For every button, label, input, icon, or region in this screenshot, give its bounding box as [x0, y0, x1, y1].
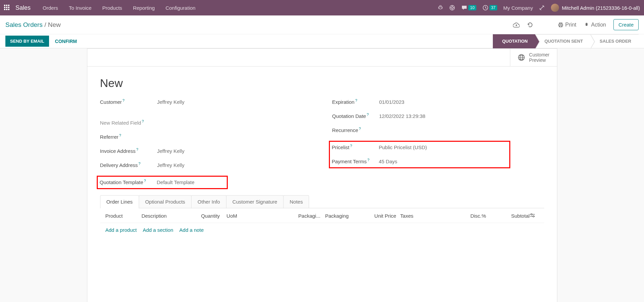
col-quantity[interactable]: Quantity — [190, 213, 220, 219]
nav-reporting[interactable]: Reporting — [128, 5, 160, 11]
add-section-link[interactable]: Add a section — [143, 227, 173, 233]
col-disc[interactable]: Disc.% — [447, 213, 486, 219]
delivery-address-field[interactable]: Jeffrey Kelly — [157, 162, 184, 168]
delivery-address-label: Delivery Address? — [100, 162, 157, 168]
tab-optional-products[interactable]: Optional Products — [139, 195, 191, 208]
referrer-label: Referrer? — [100, 133, 157, 140]
globe-icon — [518, 54, 525, 61]
send-by-email-button[interactable]: SEND BY EMAIL — [5, 36, 49, 47]
quotation-template-field[interactable]: Default Template — [157, 179, 195, 185]
debug-icon[interactable] — [438, 5, 443, 10]
quotation-date-label: Quotation Date? — [332, 113, 379, 119]
highlight-quotation-template: Quotation Template? Default Template — [97, 176, 228, 189]
step-sales-order[interactable]: SALES ORDER — [590, 34, 639, 48]
confirm-button[interactable]: CONFIRM — [55, 39, 77, 44]
messages-badge: 10 — [468, 5, 476, 10]
col-packagi[interactable]: Packagi... — [284, 213, 320, 219]
col-description[interactable]: Description — [141, 213, 190, 219]
notebook-tabs: Order Lines Optional Products Other Info… — [100, 195, 544, 208]
status-steps: QUOTATION QUOTATION SENT SALES ORDER — [493, 34, 639, 48]
step-quotation-sent[interactable]: QUOTATION SENT — [535, 34, 590, 48]
col-unit-price[interactable]: Unit Price — [357, 213, 396, 219]
activities-badge: 37 — [489, 5, 497, 10]
avatar — [551, 4, 559, 12]
expiration-label: Expiration? — [332, 98, 379, 105]
customer-label: Customer? — [100, 98, 157, 105]
breadcrumb-root[interactable]: Sales Orders — [5, 21, 43, 28]
nav-products[interactable]: Products — [97, 5, 127, 11]
col-product[interactable]: Product — [105, 213, 142, 219]
create-button[interactable]: Create — [613, 19, 639, 30]
expiration-field[interactable]: 01/01/2023 — [379, 99, 404, 105]
invoice-address-field[interactable]: Jeffrey Kelly — [157, 148, 184, 154]
highlight-pricelist-terms: Pricelist? Public Pricelist (USD) Paymen… — [329, 141, 510, 168]
activities-icon[interactable]: 37 — [482, 5, 497, 11]
invoice-address-label: Invoice Address? — [100, 147, 157, 154]
discard-icon[interactable] — [527, 22, 533, 28]
quotation-template-label: Quotation Template? — [100, 179, 157, 185]
user-menu[interactable]: Mitchell Admin (21523336-16-0-all) — [551, 4, 640, 12]
apps-icon[interactable] — [4, 5, 10, 11]
control-bar: Sales Orders / New Print Action Create — [0, 15, 644, 34]
payment-terms-field[interactable]: 45 Days — [379, 159, 397, 164]
tab-other-info[interactable]: Other Info — [191, 195, 226, 208]
col-uom[interactable]: UoM — [220, 213, 251, 219]
company-selector[interactable]: My Company — [503, 5, 533, 11]
print-button[interactable]: Print — [558, 22, 576, 28]
recurrence-label: Recurrence? — [332, 127, 379, 133]
nav-orders[interactable]: Orders — [38, 5, 63, 11]
save-cloud-icon[interactable] — [513, 22, 520, 28]
breadcrumb-current: New — [48, 21, 61, 28]
col-subtotal[interactable]: Subtotal — [500, 213, 530, 219]
pricelist-label: Pricelist? — [332, 144, 379, 150]
quotation-date-field[interactable]: 12/02/2022 13:29:38 — [379, 113, 426, 119]
order-lines-add-row: Add a product Add a section Add a note — [100, 223, 544, 237]
svg-point-1 — [451, 7, 453, 9]
tab-customer-signature[interactable]: Customer Signature — [226, 195, 284, 208]
step-quotation[interactable]: QUOTATION — [493, 34, 535, 48]
add-note-link[interactable]: Add a note — [179, 227, 204, 233]
action-button[interactable]: Action — [584, 22, 606, 28]
app-brand[interactable]: Sales — [15, 4, 31, 11]
pricelist-field[interactable]: Public Pricelist (USD) — [379, 144, 427, 150]
svg-point-5 — [531, 214, 532, 215]
payment-terms-label: Payment Terms? — [332, 158, 379, 164]
messages-icon[interactable]: 10 — [461, 5, 476, 11]
col-taxes[interactable]: Taxes — [396, 213, 427, 219]
nav-to-invoice[interactable]: To Invoice — [64, 5, 96, 11]
col-settings-icon[interactable] — [530, 213, 539, 219]
order-lines-header: Product Description Quantity UoM Packagi… — [100, 208, 544, 223]
add-product-link[interactable]: Add a product — [105, 227, 137, 233]
form-sheet: Customer Preview New Customer? Jeffrey K… — [87, 48, 557, 302]
nav-configuration[interactable]: Configuration — [161, 5, 200, 11]
col-packaging[interactable]: Packaging — [320, 213, 357, 219]
tools-icon[interactable] — [539, 5, 545, 11]
customer-field[interactable]: Jeffrey Kelly — [157, 99, 184, 105]
status-bar: SEND BY EMAIL CONFIRM QUOTATION QUOTATIO… — [0, 34, 644, 48]
customer-preview-button[interactable]: Customer Preview — [510, 49, 557, 66]
tab-notes[interactable]: Notes — [283, 195, 309, 208]
page-title: New — [100, 77, 544, 90]
top-navbar: Sales Orders To Invoice Products Reporti… — [0, 0, 644, 15]
breadcrumb: Sales Orders / New — [5, 21, 61, 29]
support-icon[interactable] — [449, 5, 455, 11]
user-name: Mitchell Admin (21523336-16-0-all) — [562, 5, 640, 11]
new-related-label: New Related Field? — [100, 119, 157, 126]
tab-order-lines[interactable]: Order Lines — [100, 195, 139, 208]
svg-point-6 — [533, 216, 534, 217]
